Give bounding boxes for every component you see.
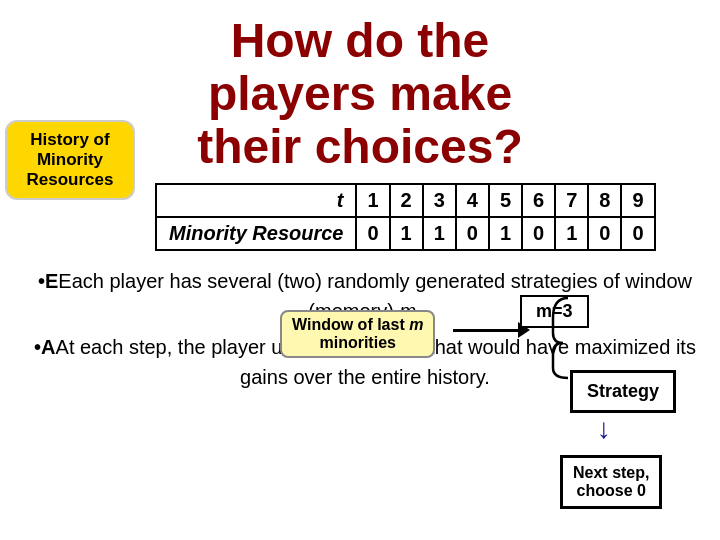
col-5: 5 (489, 184, 522, 217)
col-8: 8 (588, 184, 621, 217)
col-7: 7 (555, 184, 588, 217)
row-label-cell: Minority Resource (156, 217, 356, 250)
window-arrow-line (453, 329, 518, 332)
header-label-cell: t (156, 184, 356, 217)
title-line2: players make (208, 67, 512, 120)
strategy-box: Strategy (570, 370, 676, 413)
history-badge: History of Minority Resources (5, 120, 135, 200)
val-1: 0 (356, 217, 389, 250)
down-arrow: ↓ (597, 413, 611, 445)
col-3: 3 (423, 184, 456, 217)
val-3: 1 (423, 217, 456, 250)
window-arrow-group (453, 322, 530, 338)
val-2: 1 (390, 217, 423, 250)
val-9: 0 (621, 217, 654, 250)
val-6: 0 (522, 217, 555, 250)
col-2: 2 (390, 184, 423, 217)
title-line1: How do the (231, 14, 490, 67)
window-label-box: Window of last mminorities (280, 310, 435, 358)
slide: How do the players make their choices? H… (0, 0, 720, 540)
table-data-row: Minority Resource 0 1 1 0 1 0 1 0 0 (156, 217, 655, 250)
col-9: 9 (621, 184, 654, 217)
val-7: 1 (555, 217, 588, 250)
next-step-box: Next step,choose 0 (560, 455, 662, 509)
val-4: 0 (456, 217, 489, 250)
val-5: 1 (489, 217, 522, 250)
minority-table: t 1 2 3 4 5 6 7 8 9 Minority Resource 0 … (155, 183, 656, 251)
val-8: 0 (588, 217, 621, 250)
col-6: 6 (522, 184, 555, 217)
col-4: 4 (456, 184, 489, 217)
title-line3: their choices? (197, 120, 522, 173)
col-1: 1 (356, 184, 389, 217)
table-header-row: t 1 2 3 4 5 6 7 8 9 (156, 184, 655, 217)
minority-table-area: t 1 2 3 4 5 6 7 8 9 Minority Resource 0 … (155, 183, 710, 251)
